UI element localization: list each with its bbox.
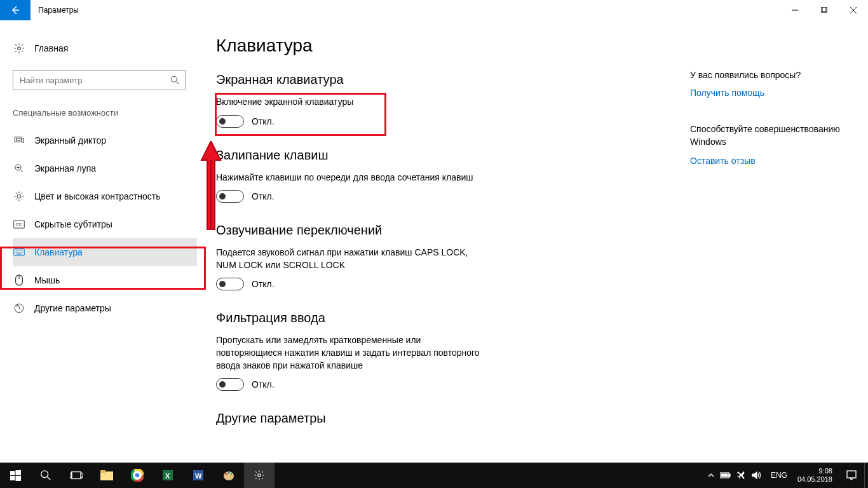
- svg-rect-21: [100, 471, 113, 480]
- svg-rect-10: [14, 249, 25, 256]
- language-indicator[interactable]: ENG: [767, 471, 791, 480]
- action-center-button[interactable]: [839, 463, 864, 488]
- sidebar-item-label: Экранный диктор: [34, 135, 106, 146]
- sidebar-item-closed-captions[interactable]: CC Скрытые субтитры: [13, 210, 197, 238]
- feedback-link[interactable]: Оставить отзыв: [690, 156, 849, 166]
- filter-keys-toggle[interactable]: [216, 378, 244, 391]
- get-help-link[interactable]: Получить помощь: [690, 88, 849, 98]
- window-controls: [780, 0, 868, 20]
- sidebar-item-label: Мышь: [34, 275, 60, 285]
- sidebar-item-label: Другие параметры: [34, 303, 111, 313]
- clock[interactable]: 9:08 04.05.2018: [791, 467, 839, 484]
- svg-rect-5: [17, 139, 20, 140]
- file-explorer-icon: [100, 470, 113, 480]
- close-button[interactable]: [839, 0, 868, 20]
- sidebar-item-label: Экранная лупа: [34, 163, 96, 173]
- svg-point-7: [17, 194, 21, 198]
- clock-time: 9:08: [797, 467, 832, 475]
- sticky-keys-toggle[interactable]: [216, 190, 244, 203]
- show-desktop-button[interactable]: [864, 463, 868, 488]
- onscreen-keyboard-desc: Включение экранной клавиатуры: [216, 96, 483, 109]
- battery-icon[interactable]: [720, 471, 731, 479]
- svg-point-36: [231, 473, 233, 475]
- taskbar-app-chrome[interactable]: [122, 463, 153, 488]
- keyboard-icon: [13, 248, 25, 257]
- cc-icon: CC: [13, 220, 25, 229]
- clock-date: 04.05.2018: [797, 475, 832, 484]
- chrome-icon: [131, 469, 144, 482]
- back-button[interactable]: [0, 0, 31, 20]
- section-other-params-title: Другие параметры: [216, 411, 671, 426]
- other-options-icon: [13, 302, 25, 314]
- svg-rect-1: [822, 7, 827, 12]
- search-icon: [40, 470, 51, 481]
- svg-point-2: [18, 47, 21, 50]
- windows-icon: [10, 470, 21, 481]
- search-box[interactable]: [13, 70, 186, 90]
- toggle-keys-desc: Подается звуковой сигнал при нажатии кла…: [216, 247, 483, 271]
- sticky-keys-state: Откл.: [252, 191, 275, 201]
- taskbar-app-paint[interactable]: [214, 463, 244, 488]
- svg-rect-20: [81, 473, 83, 477]
- arrow-left-icon: [10, 5, 20, 15]
- minimize-button[interactable]: [780, 0, 810, 20]
- mouse-icon: [13, 274, 25, 286]
- sidebar-item-high-contrast[interactable]: Цвет и высокая контрастность: [13, 182, 197, 210]
- taskbar-app-settings[interactable]: [244, 463, 275, 488]
- gear-icon: [254, 470, 265, 481]
- filter-keys-desc: Пропускать или замедлять кратковременные…: [216, 334, 483, 372]
- svg-point-38: [258, 474, 261, 477]
- start-button[interactable]: [0, 463, 31, 488]
- home-label: Главная: [34, 43, 68, 53]
- sticky-keys-desc: Нажимайте клавиши по очереди для ввода с…: [216, 172, 483, 184]
- sidebar-item-keyboard[interactable]: Клавиатура: [13, 238, 197, 266]
- onscreen-keyboard-toggle[interactable]: [216, 115, 244, 128]
- onscreen-keyboard-state: Откл.: [252, 116, 275, 126]
- sidebar-item-mouse[interactable]: Мышь: [13, 266, 197, 294]
- sidebar-item-magnifier[interactable]: Экранная лупа: [13, 154, 197, 182]
- svg-rect-19: [70, 473, 72, 477]
- sidebar-item-narrator[interactable]: Экранный диктор: [13, 126, 197, 154]
- search-input[interactable]: [13, 76, 165, 85]
- toggle-keys-state: Откл.: [252, 279, 275, 289]
- section-toggle-keys-title: Озвучивание переключений: [216, 223, 671, 238]
- filter-keys-state: Откл.: [252, 379, 275, 390]
- svg-point-37: [230, 477, 232, 478]
- svg-point-17: [41, 471, 48, 478]
- svg-point-3: [171, 76, 177, 82]
- taskbar-app-excel[interactable]: X: [153, 463, 183, 488]
- taskbar: X W ENG 9:08 04.05.2018: [0, 463, 868, 488]
- sidebar-item-label: Скрытые субтитры: [34, 219, 112, 229]
- svg-rect-13: [10, 471, 15, 475]
- svg-rect-16: [15, 476, 21, 481]
- taskbar-app-word[interactable]: W: [183, 463, 214, 488]
- task-view-icon: [70, 470, 83, 480]
- improve-message: Способствуйте совершенствованию Windows: [690, 123, 849, 148]
- category-title: Специальные возможности: [13, 108, 197, 118]
- volume-icon[interactable]: [752, 471, 762, 480]
- section-filter-keys-title: Фильтрация ввода: [216, 311, 671, 325]
- word-icon: W: [192, 469, 205, 482]
- section-sticky-keys-title: Залипание клавиш: [216, 148, 671, 163]
- paint-icon: [222, 469, 235, 482]
- svg-rect-18: [72, 472, 81, 479]
- help-question: У вас появились вопросы?: [690, 70, 849, 80]
- home-button[interactable]: Главная: [13, 36, 197, 61]
- tray-chevron-icon[interactable]: [707, 471, 715, 479]
- svg-rect-0: [821, 7, 826, 12]
- svg-text:CC: CC: [16, 222, 22, 227]
- toggle-keys-toggle[interactable]: [216, 278, 244, 290]
- svg-text:X: X: [165, 472, 170, 480]
- maximize-button[interactable]: [810, 0, 839, 20]
- airplane-icon[interactable]: [736, 470, 747, 480]
- minimize-icon: [792, 7, 798, 13]
- magnifier-icon: [13, 163, 25, 174]
- sidebar-item-other[interactable]: Другие параметры: [13, 294, 197, 322]
- svg-rect-42: [847, 471, 856, 478]
- svg-text:W: W: [195, 472, 202, 480]
- search-icon: [165, 76, 185, 85]
- taskbar-app-explorer[interactable]: [92, 463, 122, 488]
- task-view-button[interactable]: [61, 463, 92, 488]
- search-button[interactable]: [31, 463, 61, 488]
- svg-rect-14: [15, 470, 21, 475]
